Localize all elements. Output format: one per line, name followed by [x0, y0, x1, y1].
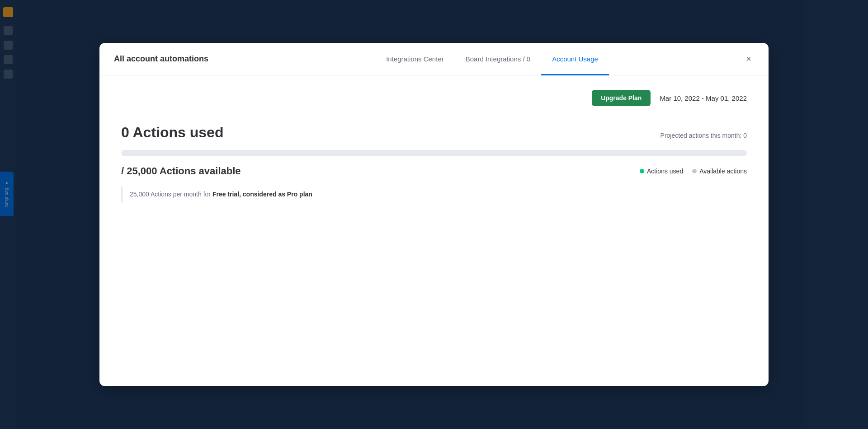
legend: Actions used Available actions	[640, 168, 747, 175]
modal-body: Upgrade Plan Mar 10, 2022 - May 01, 2022…	[99, 75, 769, 386]
legend-available-label: Available actions	[699, 168, 747, 175]
projected-label: Projected actions this month: 0	[660, 132, 747, 139]
tab-account-usage[interactable]: Account Usage	[541, 43, 609, 75]
actions-used-heading: 0 Actions used	[121, 124, 223, 141]
actions-used-label: Actions used	[133, 124, 224, 140]
actions-used-count: 0	[121, 124, 129, 140]
modal-overlay: All account automations Integrations Cen…	[0, 0, 868, 429]
tab-integrations-center[interactable]: Integrations Center	[375, 43, 455, 75]
modal-title: All account automations	[114, 54, 208, 64]
legend-item-used: Actions used	[640, 168, 683, 175]
modal-close-button[interactable]: ×	[741, 52, 756, 66]
progress-bar-container	[121, 150, 747, 156]
date-range: Mar 10, 2022 - May 01, 2022	[660, 94, 747, 102]
actions-available: / 25,000 Actions available	[121, 165, 241, 177]
actions-available-row: / 25,000 Actions available Actions used …	[121, 165, 747, 177]
top-row: Upgrade Plan Mar 10, 2022 - May 01, 2022	[121, 90, 747, 106]
close-icon: ×	[746, 54, 751, 64]
modal-header: All account automations Integrations Cen…	[99, 43, 769, 75]
legend-item-available: Available actions	[692, 168, 747, 175]
info-text-plain: 25,000 Actions per month for	[130, 191, 212, 198]
heading-row: 0 Actions used Projected actions this mo…	[121, 124, 747, 145]
modal-container: All account automations Integrations Cen…	[99, 43, 769, 386]
legend-used-label: Actions used	[647, 168, 683, 175]
upgrade-plan-button[interactable]: Upgrade Plan	[592, 90, 651, 106]
legend-dot-used	[640, 169, 644, 173]
info-text-bold: Free trial, considered as Pro plan	[212, 191, 312, 198]
info-box: 25,000 Actions per month for Free trial,…	[121, 186, 747, 202]
legend-dot-available	[692, 169, 697, 173]
tab-board-integrations[interactable]: Board Integrations / 0	[455, 43, 541, 75]
modal-tabs: Integrations Center Board Integrations /…	[230, 43, 754, 75]
